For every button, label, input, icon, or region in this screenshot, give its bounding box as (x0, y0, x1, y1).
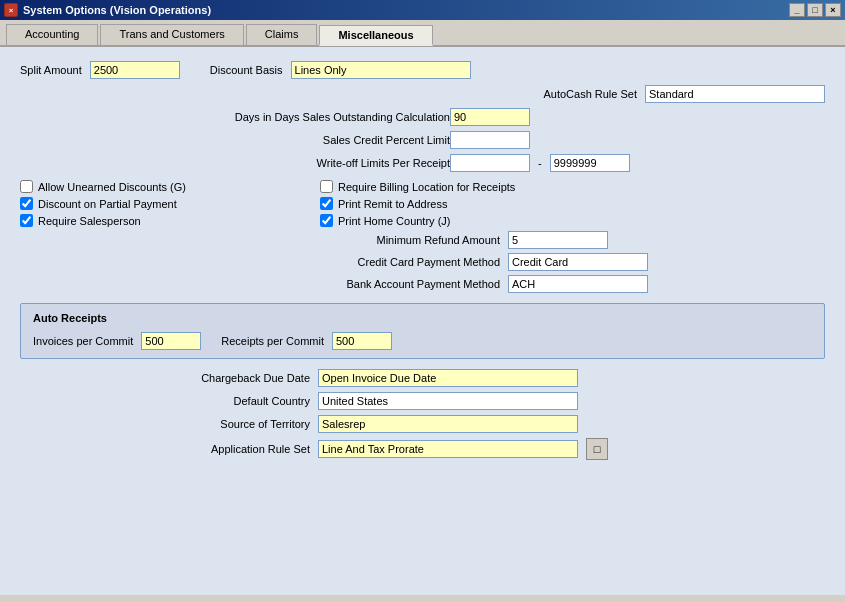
allow-unearned-checkbox[interactable] (20, 180, 33, 193)
app-rule-icon: □ (594, 443, 601, 455)
discount-partial-checkbox[interactable] (20, 197, 33, 210)
bank-account-input[interactable] (508, 275, 648, 293)
credit-card-label: Credit Card Payment Method (320, 256, 500, 268)
tab-trans-customers[interactable]: Trans and Customers (100, 24, 243, 45)
min-refund-input[interactable] (508, 231, 608, 249)
print-remit-row: Print Remit to Address (320, 197, 825, 210)
split-amount-input[interactable] (90, 61, 180, 79)
title-bar: × System Options (Vision Operations) _ □… (0, 0, 845, 20)
minimize-button[interactable]: _ (789, 3, 805, 17)
tab-accounting[interactable]: Accounting (6, 24, 98, 45)
require-salesperson-checkbox[interactable] (20, 214, 33, 227)
receipts-per-commit-label: Receipts per Commit (221, 335, 324, 347)
close-button[interactable]: × (4, 3, 18, 17)
writeoff-from-input[interactable] (450, 154, 530, 172)
discount-basis-label: Discount Basis (210, 64, 283, 76)
auto-receipts-title: Auto Receipts (33, 312, 812, 324)
autocash-rule-input[interactable] (645, 85, 825, 103)
close-x-button[interactable]: × (825, 3, 841, 17)
tab-miscellaneous[interactable]: Miscellaneous (319, 25, 432, 46)
require-salesperson-row: Require Salesperson (20, 214, 300, 227)
print-remit-label: Print Remit to Address (338, 198, 447, 210)
chargeback-label: Chargeback Due Date (20, 372, 310, 384)
min-refund-label: Minimum Refund Amount (320, 234, 500, 246)
invoices-per-commit-input[interactable] (141, 332, 201, 350)
print-home-checkbox[interactable] (320, 214, 333, 227)
default-country-input[interactable] (318, 392, 578, 410)
tabs-bar: Accounting Trans and Customers Claims Mi… (0, 20, 845, 47)
print-remit-checkbox[interactable] (320, 197, 333, 210)
tab-claims[interactable]: Claims (246, 24, 318, 45)
bottom-section: Chargeback Due Date Default Country Sour… (20, 369, 825, 460)
discount-partial-row: Discount on Partial Payment (20, 197, 300, 210)
allow-unearned-row: Allow Unearned Discounts (G) (20, 180, 300, 193)
discount-partial-label: Discount on Partial Payment (38, 198, 177, 210)
require-billing-checkbox[interactable] (320, 180, 333, 193)
chargeback-input[interactable] (318, 369, 578, 387)
split-amount-label: Split Amount (20, 64, 82, 76)
invoices-per-commit-label: Invoices per Commit (33, 335, 133, 347)
require-salesperson-label: Require Salesperson (38, 215, 141, 227)
days-label: Days in Days Sales Outstanding Calculati… (20, 111, 450, 123)
receipts-per-commit-input[interactable] (332, 332, 392, 350)
sales-credit-label: Sales Credit Percent Limit (20, 134, 450, 146)
app-rule-label: Application Rule Set (20, 443, 310, 455)
auto-receipts-section: Auto Receipts Invoices per Commit Receip… (20, 303, 825, 359)
discount-basis-input[interactable] (291, 61, 471, 79)
source-territory-input[interactable] (318, 415, 578, 433)
maximize-button[interactable]: □ (807, 3, 823, 17)
require-billing-row: Require Billing Location for Receipts (320, 180, 825, 193)
app-rule-input[interactable] (318, 440, 578, 458)
source-territory-label: Source of Territory (20, 418, 310, 430)
writeoff-to-input[interactable] (550, 154, 630, 172)
autocash-rule-label: AutoCash Rule Set (543, 88, 637, 100)
require-billing-label: Require Billing Location for Receipts (338, 181, 515, 193)
default-country-label: Default Country (20, 395, 310, 407)
print-home-label: Print Home Country (J) (338, 215, 450, 227)
app-rule-icon-button[interactable]: □ (586, 438, 608, 460)
print-home-row: Print Home Country (J) (320, 214, 825, 227)
days-input[interactable] (450, 108, 530, 126)
allow-unearned-label: Allow Unearned Discounts (G) (38, 181, 186, 193)
sales-credit-input[interactable] (450, 131, 530, 149)
credit-card-input[interactable] (508, 253, 648, 271)
writeoff-separator: - (538, 157, 542, 169)
bank-account-label: Bank Account Payment Method (320, 278, 500, 290)
writeoff-label: Write-off Limits Per Receipt (20, 157, 450, 169)
main-content: Split Amount Discount Basis AutoCash Rul… (0, 47, 845, 595)
window-title: System Options (Vision Operations) (23, 4, 211, 16)
